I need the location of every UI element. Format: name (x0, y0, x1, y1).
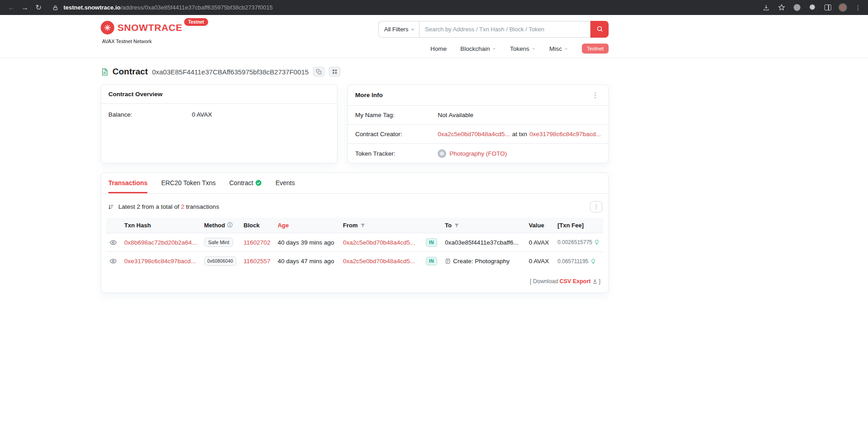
creator-txn-link[interactable]: 0xe31798c6c84c97bacd... (529, 131, 601, 137)
header-age-toggle[interactable]: Age (274, 218, 339, 233)
extensions-puzzle-icon[interactable] (808, 3, 817, 12)
header-eye-spacer (106, 218, 121, 233)
chevron-down-icon (532, 47, 536, 51)
more-info-menu-icon[interactable]: ⋮ (590, 91, 601, 99)
header-txn-hash: Txn Hash (121, 218, 200, 233)
from-filter-icon[interactable] (360, 223, 366, 228)
snowtrace-logo[interactable]: SNOWTRACE Testnet (101, 21, 208, 34)
address-bar[interactable]: testnet.snowtrace.io/address/0xa03e85f44… (51, 3, 273, 12)
age-text: 40 days 39 mins ago (278, 239, 334, 246)
download-icon[interactable] (592, 279, 598, 284)
contract-icon (101, 68, 108, 76)
nav-blockchain[interactable]: Blockchain (460, 45, 496, 52)
nav-home[interactable]: Home (430, 45, 447, 52)
balance-label: Balance: (108, 111, 192, 118)
chevron-down-icon (410, 27, 415, 32)
search-bar: All Filters (378, 21, 609, 38)
txn-fee-text: 0.0026515775 (557, 239, 592, 245)
bookmark-star-icon[interactable] (777, 3, 786, 12)
contract-creator-label: Contract Creator: (355, 131, 438, 137)
tab-bar: Transactions ERC20 Token Txns Contract E… (101, 173, 608, 194)
url-domain: testnet.snowtrace.io (63, 4, 121, 11)
copy-address-button[interactable] (313, 67, 325, 77)
header-to: To (441, 218, 525, 233)
creator-join-text: at txn (512, 131, 527, 137)
csv-export-link[interactable]: CSV Export (560, 278, 591, 285)
browser-menu-icon[interactable]: ⋮ (853, 3, 863, 12)
snowtrace-logo-icon (101, 21, 114, 34)
csv-suffix-text: ] (599, 278, 600, 285)
chevron-down-icon (564, 47, 568, 51)
tab-transactions[interactable]: Transactions (108, 179, 147, 193)
table-options-button[interactable]: ⋮ (590, 201, 602, 212)
search-button[interactable] (590, 21, 609, 38)
method-info-icon[interactable]: ⓘ (227, 221, 233, 229)
page-title: Contract (112, 67, 148, 77)
balance-value: 0 AVAX (192, 111, 212, 118)
nav-misc[interactable]: Misc (549, 45, 568, 52)
token-logo-icon (438, 149, 446, 158)
qr-grid-icon (332, 69, 337, 74)
chevron-down-icon (492, 47, 496, 51)
more-info-card: More Info ⋮ My Name Tag: Not Available C… (347, 84, 609, 163)
value-text: 0 AVAX (529, 239, 549, 246)
browser-refresh-icon[interactable]: ↻ (33, 2, 44, 14)
direction-badge: IN (426, 257, 437, 265)
value-text: 0 AVAX (529, 258, 549, 265)
header-direction-spacer (422, 218, 441, 233)
qr-code-button[interactable] (329, 67, 341, 77)
main-content: Contract 0xa03E85F4411e37CBAff635975bf38… (101, 67, 609, 293)
tab-contract[interactable]: Contract (229, 179, 262, 193)
direction-badge: IN (426, 238, 437, 247)
contract-creation-icon (445, 258, 451, 264)
table-row: 0xe31798c6c84c97bacd... 0x60806040 11602… (106, 252, 603, 271)
block-link[interactable]: 11602702 (244, 239, 270, 246)
extension-badge-icon[interactable] (792, 3, 801, 12)
nav-tokens[interactable]: Tokens (510, 45, 536, 52)
token-tracker-link[interactable]: Photography (FOTO) (449, 150, 507, 157)
transactions-table: Txn Hash Method ⓘ Block Age From (106, 218, 603, 270)
logo-text: SNOWTRACE (117, 21, 182, 34)
header-txn-fee: [Txn Fee] (554, 218, 603, 233)
search-input[interactable] (419, 21, 590, 38)
header-from: From (339, 218, 422, 233)
to-filter-icon[interactable] (454, 223, 459, 228)
browser-forward-icon[interactable]: → (19, 2, 31, 14)
table-header-row: Txn Hash Method ⓘ Block Age From (106, 218, 603, 233)
network-switch-button[interactable]: Testnet (582, 44, 609, 54)
transactions-summary: Latest 2 from a total of 2 transactions (108, 203, 219, 210)
preview-eye-icon[interactable] (110, 258, 117, 265)
from-address-link[interactable]: 0xa2c5e0bd70b48a4cd5... (343, 239, 415, 246)
csv-export-row: [ Download CSV Export ] (101, 270, 608, 288)
txn-fee-text: 0.065711195 (557, 258, 588, 265)
browser-back-icon[interactable]: ← (5, 2, 17, 14)
header-block: Block (240, 218, 274, 233)
copy-icon (316, 69, 322, 74)
share-icon[interactable] (761, 3, 770, 12)
tab-events[interactable]: Events (275, 179, 295, 193)
search-icon (596, 25, 603, 34)
page-head: Contract 0xa03E85F4411e37CBAff635975bf38… (101, 67, 609, 77)
txn-hash-link[interactable]: 0x8b698ac72bd20b2a64... (124, 239, 197, 246)
search-filter-select[interactable]: All Filters (378, 21, 419, 38)
block-link[interactable]: 11602557 (244, 258, 270, 265)
txn-hash-link[interactable]: 0xe31798c6c84c97bacd... (124, 258, 196, 265)
creator-address-link[interactable]: 0xa2c5e0bd70b48a4cd5... (438, 131, 510, 137)
name-tag-value: Not Available (438, 112, 473, 118)
preview-eye-icon[interactable] (110, 239, 117, 246)
logo-testnet-badge: Testnet (184, 18, 208, 26)
browser-toolbar: ← → ↻ testnet.snowtrace.io/address/0xa03… (0, 0, 868, 15)
site-header: SNOWTRACE Testnet AVAX Testnet Network A… (0, 15, 868, 58)
network-label: AVAX Testnet Network (102, 39, 208, 44)
overview-card-title: Contract Overview (108, 91, 162, 98)
header-method: Method ⓘ (200, 218, 240, 233)
tab-erc20-token-txns[interactable]: ERC20 Token Txns (161, 179, 215, 193)
profile-avatar[interactable] (839, 3, 847, 12)
summary-suffix: transactions (185, 203, 219, 210)
name-tag-label: My Name Tag: (355, 112, 438, 118)
table-row: 0x8b698ac72bd20b2a64... Safe Mint 116027… (106, 233, 603, 252)
side-panel-icon[interactable] (823, 3, 832, 12)
from-address-link[interactable]: 0xa2c5e0bd70b48a4cd5... (343, 258, 415, 265)
method-badge: 0x60806040 (204, 256, 236, 266)
csv-prefix-text: [ Download (530, 278, 558, 285)
